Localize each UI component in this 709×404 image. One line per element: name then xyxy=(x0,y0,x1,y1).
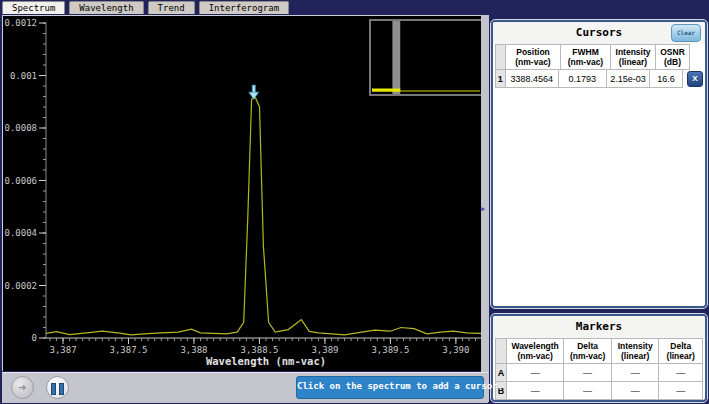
inset-overview xyxy=(370,20,482,95)
cursor-intensity-value: 2.15e-03 xyxy=(607,70,650,88)
col-position: Position (nm-vac) xyxy=(506,44,561,70)
svg-text:0.001: 0.001 xyxy=(10,71,37,81)
svg-text:0.0006: 0.0006 xyxy=(4,176,37,186)
svg-text:3,390: 3,390 xyxy=(442,345,469,355)
col-marker-delta-lin: Delta (linear) xyxy=(659,338,703,364)
cursors-corner-cell xyxy=(495,44,506,70)
cursor-delete-cell: X xyxy=(683,70,703,88)
markers-title-text: Markers xyxy=(576,320,622,333)
svg-text:3,387.5: 3,387.5 xyxy=(110,345,148,355)
cursors-panel: Cursors Clear Position (nm-vac) FWHM (nm… xyxy=(491,20,707,308)
col-marker-wavelength: Wavelength (nm-vac) xyxy=(507,338,564,364)
panel-splitter[interactable]: ▶ xyxy=(481,15,489,402)
spectrum-trace[interactable] xyxy=(46,98,486,335)
spectrum-plot-svg[interactable]: 3,3873,387.53,3883,388.53,3893,389.53,39… xyxy=(3,16,487,370)
marker-row-b: B — — — — xyxy=(495,382,703,400)
tab-bar: Spectrum Wavelength Trend Interferogram xyxy=(2,1,289,14)
play-arrow-icon: ➜ xyxy=(12,377,33,398)
app-window: Spectrum Wavelength Trend Interferogram … xyxy=(0,0,709,404)
tab-interferogram[interactable]: Interferogram xyxy=(199,1,289,14)
svg-text:0: 0 xyxy=(32,333,37,343)
col-marker-intensity: Intensity (linear) xyxy=(612,338,660,364)
marker-a-intensity: — xyxy=(612,364,660,382)
clear-cursors-button[interactable]: Clear xyxy=(671,24,701,42)
cursors-panel-title: Cursors Clear xyxy=(493,22,705,44)
svg-text:3,388: 3,388 xyxy=(180,345,207,355)
cursors-header-row: Position (nm-vac) FWHM (nm-vac) Intensit… xyxy=(495,44,703,70)
col-intensity: Intensity (linear) xyxy=(611,44,656,70)
marker-b-delta-lin: — xyxy=(659,382,703,400)
marker-b-intensity: — xyxy=(612,382,660,400)
x-axis-title: Wavelength (nm-vac) xyxy=(206,355,326,367)
cursor-row-1: 1 3388.4564 0.1793 2.15e-03 16.6 X xyxy=(495,70,703,88)
tab-trend[interactable]: Trend xyxy=(148,1,195,14)
tab-wavelength[interactable]: Wavelength xyxy=(69,1,143,14)
marker-a-delta-nm: — xyxy=(564,364,612,382)
svg-text:0.0002: 0.0002 xyxy=(4,281,37,291)
cursor-osnr-value: 16.6 xyxy=(650,70,683,88)
delete-cursor-button[interactable]: X xyxy=(687,71,703,87)
markers-panel-title: Markers xyxy=(493,316,705,338)
pause-button[interactable] xyxy=(46,376,69,399)
markers-table: Wavelength (nm-vac) Delta (nm-vac) Inten… xyxy=(495,338,703,400)
tab-spectrum[interactable]: Spectrum xyxy=(2,1,65,14)
svg-text:0.0008: 0.0008 xyxy=(4,123,37,133)
pause-icon xyxy=(51,383,64,395)
plot-canvas[interactable]: 3,3873,387.53,3883,388.53,3893,389.53,39… xyxy=(2,15,488,371)
marker-a-id: A xyxy=(495,364,507,382)
marker-row-a: A — — — — xyxy=(495,364,703,382)
svg-text:0.0012: 0.0012 xyxy=(4,18,37,28)
cursor-position-value: 3388.4564 xyxy=(506,70,559,88)
marker-b-delta-nm: — xyxy=(564,382,612,400)
add-cursor-message-button[interactable]: Click on the spectrum to add a cursor. xyxy=(296,376,484,399)
markers-header-row: Wavelength (nm-vac) Delta (nm-vac) Inten… xyxy=(495,338,703,364)
cursor-fwhm-value: 0.1793 xyxy=(559,70,607,88)
cursor-row-id: 1 xyxy=(495,70,506,88)
marker-b-wavelength: — xyxy=(507,382,564,400)
bottom-toolbar: ➜ Click on the spectrum to add a cursor. xyxy=(2,372,488,403)
svg-text:3,389: 3,389 xyxy=(311,345,338,355)
col-marker-delta-nm: Delta (nm-vac) xyxy=(564,338,612,364)
cursors-table: Position (nm-vac) FWHM (nm-vac) Intensit… xyxy=(495,44,703,88)
marker-a-wavelength: — xyxy=(507,364,564,382)
svg-text:3,389.5: 3,389.5 xyxy=(371,345,409,355)
marker-a-delta-lin: — xyxy=(659,364,703,382)
col-osnr: OSNR (dB) xyxy=(656,44,690,70)
play-button[interactable]: ➜ xyxy=(11,376,34,399)
col-fwhm: FWHM (nm-vac) xyxy=(561,44,611,70)
markers-corner-cell xyxy=(495,338,507,364)
svg-text:3,388.5: 3,388.5 xyxy=(240,345,278,355)
collapse-arrow-icon[interactable]: ▶ xyxy=(481,205,485,213)
markers-panel: Markers Wavelength (nm-vac) Delta (nm-va… xyxy=(491,314,707,402)
svg-text:0.0004: 0.0004 xyxy=(4,228,37,238)
svg-text:3,387: 3,387 xyxy=(49,345,76,355)
cursor-arrow-icon[interactable] xyxy=(249,85,259,99)
cursors-title-text: Cursors xyxy=(576,26,622,39)
